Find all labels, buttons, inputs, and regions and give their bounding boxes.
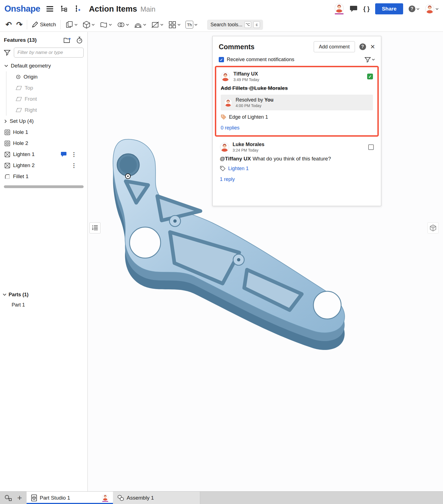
tool-group-extrude[interactable] [80,19,97,30]
chevron-down-icon[interactable] [177,24,181,26]
help-menu[interactable]: ? [409,6,419,12]
replies-link[interactable]: 0 replies [221,125,239,131]
chevron-down-icon[interactable] [3,293,6,296]
tree-item-fillet-1[interactable]: Fillet 1 [0,171,87,182]
tool-group-transform[interactable] [63,19,80,30]
tree-label: Right [25,107,37,113]
tree-label: Top [25,85,33,91]
presence-user[interactable] [334,3,344,14]
chevron-down-icon[interactable] [143,24,146,26]
comments-title: Comments [219,43,309,51]
filter-icon [4,50,11,56]
add-tab-icon[interactable]: + [17,494,22,502]
chevron-down-icon[interactable] [126,24,129,26]
lighten-feature-icon [4,152,10,157]
tree-item-lighten-2[interactable]: Lighten 2 ⋮ [0,160,87,171]
alt-key-icon [244,21,251,28]
tree-label: Set Up (4) [10,118,34,124]
onshape-logo[interactable]: Onshape [4,4,40,14]
tree-item-origin[interactable]: Origin [6,71,87,82]
presence-underline [335,13,344,14]
featurescript-icon[interactable]: { } [363,5,370,12]
hamburger-menu-icon[interactable] [46,5,54,13]
tool-group-boolean[interactable] [114,19,132,30]
comment-tag-label[interactable]: Lighten 1 [228,166,249,172]
origin-icon [16,74,21,79]
comment-card-resolved[interactable]: Tiffany UX 3:49 PM Today ✓ Add Fillets @… [215,66,379,137]
mention-link[interactable]: @Tiffany UX [220,156,251,162]
filter-icon [365,57,371,63]
split-icon [151,21,159,29]
comments-toggle-icon[interactable] [349,5,358,13]
tree-item-right-plane[interactable]: Right [6,105,87,116]
insert-version-icon[interactable] [73,5,82,13]
tree-item-hole-2[interactable]: Hole 2 [0,138,87,149]
filter-input[interactable] [14,48,84,58]
close-icon[interactable]: × [370,43,375,51]
view-cube-icon [429,224,437,232]
notifications-checkbox[interactable]: ✓ [219,57,224,62]
tab-assembly-1[interactable]: Assembly 1 [113,492,200,504]
chevron-down-icon[interactable] [92,24,95,26]
panel-collapse-button[interactable] [89,222,101,233]
chevron-right-icon[interactable] [4,119,7,123]
revolve-icon [117,21,125,29]
resolve-checkbox[interactable] [368,144,374,150]
overflow-dots-icon[interactable]: ⋮ [71,162,77,169]
avatar [220,142,229,152]
comments-filter-menu[interactable] [365,57,375,63]
tree-item-lighten-1[interactable]: Lighten 1 ⋮ [0,149,87,160]
document-title-group: Action Items Main [89,4,155,14]
comment-author: Tiffany UX [233,71,259,77]
tree-item-top-plane[interactable]: Top [6,82,87,93]
share-button[interactable]: Share [375,3,403,14]
undo-button[interactable]: ↶ [3,19,14,30]
sketch-button[interactable]: Sketch [29,20,58,30]
tool-group-shell[interactable] [132,19,149,30]
chevron-down-icon[interactable] [194,24,197,26]
rollback-timer-icon[interactable] [75,36,84,44]
list-toggle-icon [92,225,98,231]
tab-part-studio-1[interactable]: Part Studio 1 [27,492,113,504]
tree-item-default-geometry[interactable]: Default geometry [0,60,87,71]
tree-item-set-up-folder[interactable]: Set Up (4) [0,116,87,127]
tree-item-hole-1[interactable]: Hole 1 [0,127,87,138]
overflow-dots-icon[interactable]: ⋮ [71,151,77,158]
chevron-down-icon[interactable] [109,24,112,26]
tree-item-part-1[interactable]: Part 1 [0,300,87,310]
tool-group-loft[interactable] [97,19,114,30]
comment-card-open[interactable]: Luke Morales 3:24 PM Today @Tiffany UXWh… [219,137,375,182]
comment-author: Luke Morales [233,142,264,147]
versions-icon[interactable] [60,5,68,13]
account-menu[interactable] [425,4,439,14]
redo-button[interactable]: ↷ [14,19,25,30]
tree-item-front-plane[interactable]: Front [6,93,87,105]
comment-tag-label[interactable]: Edge of Lighten 1 [229,114,268,120]
search-tabs-icon[interactable] [4,495,12,501]
presence-underline [102,501,108,502]
comment-body: Add Fillets @Luke Morales [221,85,373,91]
tool-group-thicken[interactable]: Th [183,19,200,30]
comment-indicator-icon[interactable] [61,152,67,157]
tree-label: Hole 2 [13,140,28,146]
chevron-down-icon[interactable] [4,65,8,67]
add-comment-button[interactable]: Add comment [314,41,355,52]
toolbar-divider [27,20,27,29]
hole-feature-icon [4,129,10,135]
feature-list-scrollbar[interactable] [4,185,84,188]
chevron-down-icon[interactable] [74,24,78,26]
replies-link[interactable]: 1 reply [220,176,235,182]
comments-help-icon[interactable]: ? [359,43,366,50]
search-tools[interactable]: Search tools... c [207,20,263,30]
chevron-down-icon[interactable] [160,24,163,26]
resolved-checkbox[interactable]: ✓ [367,74,373,79]
resolved-time: 4:00 PM Today [236,103,274,108]
chevron-down-icon [436,8,439,10]
parts-group-header[interactable]: Parts (1) [0,289,87,300]
new-folder-icon[interactable] [63,36,71,44]
sketch-label: Sketch [40,22,56,28]
notifications-label: Receive comment notifications [227,57,294,63]
tool-group-split[interactable] [149,19,166,30]
view-cube-button[interactable] [427,222,439,233]
tool-group-pattern[interactable] [166,19,183,30]
